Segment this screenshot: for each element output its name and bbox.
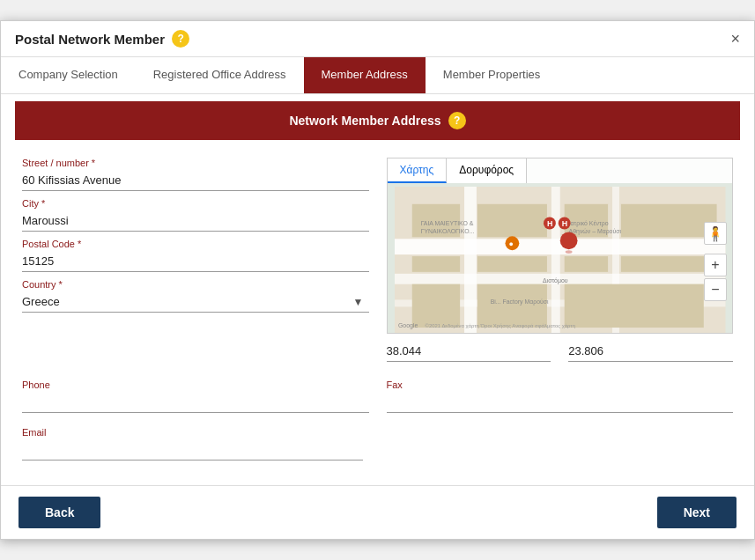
postal-code-label: Postal Code * [22, 239, 369, 249]
streetview-icon[interactable]: 🧍 [704, 222, 727, 245]
map-tab-satellite[interactable]: Δορυφόρος [447, 158, 527, 183]
tab-company-selection[interactable]: Company Selection [1, 57, 136, 93]
close-button[interactable]: × [730, 31, 740, 47]
longitude-input[interactable] [568, 341, 733, 362]
tab-member-properties[interactable]: Member Properties [426, 57, 559, 93]
svg-text:Ιατρικό Κέντρο: Ιατρικό Κέντρο [568, 220, 608, 227]
modal-container: Postal Network Member ? × Company Select… [0, 20, 755, 540]
map-svg: ΓΑΙΑ ΜΑΙΕΥΤΙΚΟ & ΓΥΝΑΙΚΟΛΟΓΙΚΟ... Ιατρικ… [388, 187, 733, 333]
city-label: City * [22, 198, 369, 209]
latitude-input[interactable] [387, 341, 551, 362]
modal-title: Postal Network Member [15, 32, 165, 47]
section-header-wrapper: Network Member Address ? [1, 94, 754, 140]
longitude-field [568, 341, 733, 362]
country-label: Country * [22, 279, 369, 290]
modal-help-icon[interactable]: ? [172, 30, 189, 48]
tabs-bar: Company Selection Registered Office Addr… [1, 57, 754, 94]
svg-text:ΓΥΝΑΙΚΟΛΟΓΙΚΟ...: ΓΥΝΑΙΚΟΛΟΓΙΚΟ... [420, 228, 474, 234]
street-input[interactable] [22, 170, 369, 191]
svg-text:Google: Google [397, 322, 417, 329]
country-select[interactable]: Greece Germany France Italy Spain [22, 291, 369, 313]
map-controls: 🧍 + − [704, 222, 727, 301]
zoom-out-button[interactable]: − [704, 278, 727, 301]
zoom-in-button[interactable]: + [704, 254, 727, 276]
phone-label: Phone [22, 379, 369, 390]
svg-rect-9 [411, 256, 459, 272]
phone-field-group: Phone [22, 379, 369, 413]
back-button[interactable]: Back [19, 497, 100, 528]
fax-label: Fax [387, 379, 734, 390]
section-help-icon[interactable]: ? [448, 112, 466, 129]
svg-text:Αθηνών – Μαρούσι: Αθηνών – Μαρούσι [568, 228, 621, 235]
svg-text:Bi... Factory Μαρούσι: Bi... Factory Μαρούσι [490, 298, 548, 306]
svg-rect-4 [551, 187, 559, 333]
content-area: Street / number * City * Postal Code * C… [1, 140, 754, 485]
tab-registered-office[interactable]: Registered Office Address [136, 57, 304, 93]
svg-rect-10 [477, 256, 546, 272]
modal-header: Postal Network Member ? × [1, 21, 754, 57]
svg-rect-13 [564, 256, 607, 272]
contact-fields: Phone Fax [22, 379, 733, 420]
street-field-group: Street / number * [22, 158, 369, 191]
tab-member-address[interactable]: Member Address [304, 57, 426, 93]
svg-rect-17 [564, 284, 703, 328]
svg-rect-16 [477, 284, 546, 328]
svg-point-30 [559, 232, 577, 249]
footer-bar: Back Next [1, 485, 754, 539]
svg-text:©2021  Δεδομένα χάρτη   Όροι Χ: ©2021 Δεδομένα χάρτη Όροι Χρήσης Αναφορά… [425, 323, 574, 328]
map-tab-chart[interactable]: Χάρτης [388, 158, 448, 183]
email-field-group: Email [22, 427, 733, 461]
svg-text:Διστόμου: Διστόμου [542, 277, 567, 284]
svg-point-31 [565, 250, 572, 254]
city-field-group: City * [22, 198, 369, 232]
fax-field-group: Fax [387, 379, 734, 413]
svg-text:ΓΑΙΑ ΜΑΙΕΥΤΙΚΟ &: ΓΑΙΑ ΜΑΙΕΥΤΙΚΟ & [420, 220, 473, 226]
section-header: Network Member Address ? [15, 101, 740, 140]
map-tabs: Χάρτης Δορυφόρος [388, 158, 733, 183]
svg-text:H: H [546, 219, 551, 228]
city-input[interactable] [22, 210, 369, 232]
svg-rect-15 [411, 284, 459, 328]
svg-text:H: H [561, 219, 566, 228]
street-label: Street / number * [22, 158, 369, 168]
map-container[interactable]: Χάρτης Δορυφόρος [387, 158, 734, 334]
latitude-field [387, 341, 551, 362]
map-column: Χάρτης Δορυφόρος [387, 158, 734, 362]
modal-title-area: Postal Network Member ? [15, 30, 189, 48]
phone-input[interactable] [22, 392, 369, 413]
country-select-wrapper: Greece Germany France Italy Spain ▼ [22, 291, 369, 313]
country-field-group: Country * Greece Germany France Italy Sp… [22, 279, 369, 313]
svg-rect-14 [620, 256, 716, 272]
main-columns: Street / number * City * Postal Code * C… [22, 158, 733, 362]
postal-code-field-group: Postal Code * [22, 239, 369, 272]
section-header-label: Network Member Address [289, 114, 440, 128]
email-input[interactable] [22, 439, 363, 461]
svg-rect-8 [477, 204, 546, 238]
email-label: Email [22, 427, 733, 438]
coords-row [387, 341, 734, 362]
next-button[interactable]: Next [657, 497, 736, 528]
svg-rect-12 [620, 204, 716, 238]
svg-text:●: ● [508, 239, 513, 248]
fax-input[interactable] [387, 392, 734, 413]
postal-code-input[interactable] [22, 251, 369, 272]
svg-rect-3 [464, 187, 477, 333]
form-column: Street / number * City * Postal Code * C… [22, 158, 369, 362]
map-body: ΓΑΙΑ ΜΑΙΕΥΤΙΚΟ & ΓΥΝΑΙΚΟΛΟΓΙΚΟ... Ιατρικ… [388, 187, 733, 333]
